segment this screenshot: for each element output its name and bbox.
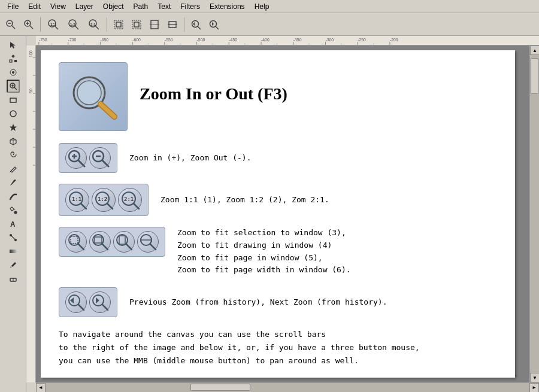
toolbar-zoom-plus[interactable] — [20, 16, 37, 33]
help-section-zoom-inout: Zoom in (+), Zoom Out (-). — [59, 143, 497, 173]
svg-rect-32 — [14, 60, 17, 62]
toolbar-fit-drawing[interactable] — [128, 16, 145, 33]
svg-line-135 — [78, 305, 84, 310]
fit-width-icon — [137, 231, 159, 253]
menu-object[interactable]: Object — [98, 1, 129, 12]
scroll-down-button[interactable]: ▼ — [530, 373, 539, 382]
tool-3d-box[interactable] — [7, 135, 20, 148]
svg-text:-600: -600 — [132, 38, 141, 42]
tool-gradient[interactable] — [7, 245, 20, 258]
scrollbar-v-track[interactable] — [530, 55, 539, 373]
tool-pen[interactable] — [7, 176, 20, 189]
svg-marker-41 — [10, 124, 17, 131]
svg-rect-51 — [10, 250, 17, 253]
scroll-up-button[interactable]: ▲ — [530, 45, 539, 55]
menu-layer[interactable]: Layer — [71, 1, 98, 12]
menu-filters[interactable]: Filters — [175, 1, 205, 12]
svg-rect-30 — [11, 54, 15, 58]
svg-line-1 — [12, 26, 15, 29]
svg-line-105 — [78, 160, 84, 166]
svg-rect-17 — [116, 22, 121, 27]
tool-tweak[interactable] — [7, 66, 20, 79]
menu-help[interactable]: Help — [250, 1, 274, 12]
svg-line-4 — [30, 26, 33, 29]
zoom-ratio-icons: 1:1 1:2 2:1 — [59, 184, 149, 216]
main-layout: A -750 -700 — [0, 36, 539, 392]
tool-star[interactable] — [7, 121, 20, 134]
scrollbar-v-thumb[interactable] — [531, 58, 538, 94]
scrollbar-h-track[interactable] — [46, 383, 529, 392]
svg-text:1:2: 1:2 — [98, 196, 107, 202]
svg-text:1:2: 1:2 — [70, 23, 75, 26]
scrollbar-h-thumb[interactable] — [190, 384, 250, 391]
scrollbar-horizontal[interactable]: ◄ ► — [36, 382, 539, 392]
toolbar-fit-page[interactable] — [146, 16, 163, 33]
help-text-zoom-fit: Zoom to fit selection to window (3), Zoo… — [177, 227, 351, 276]
svg-rect-39 — [10, 98, 16, 102]
menu-view[interactable]: View — [46, 1, 71, 12]
toolbar-zoom-21[interactable]: 2:1 — [84, 16, 104, 33]
svg-marker-25 — [193, 22, 195, 26]
menu-extensions[interactable]: Extensions — [205, 1, 250, 12]
toolbar-fit-selection[interactable] — [110, 16, 127, 33]
svg-text:-750: -750 — [39, 38, 47, 42]
ruler-left: 100 50 — [26, 45, 36, 382]
menu-edit[interactable]: Edit — [23, 1, 46, 12]
toolbar-zoom-12[interactable]: 1:2 — [64, 16, 83, 33]
fit-selection-icon — [65, 231, 87, 253]
svg-text:-400: -400 — [261, 38, 270, 42]
help-section-zoom-ratios: 1:1 1:2 2:1 Zoom 1:1 (1), Zoom 1 — [59, 184, 497, 216]
scroll-right-button[interactable]: ► — [529, 383, 539, 393]
tool-rect[interactable] — [7, 93, 20, 107]
svg-line-8 — [54, 26, 58, 29]
svg-line-103 — [101, 104, 114, 117]
tool-pencil[interactable] — [7, 162, 20, 175]
svg-text:1:1: 1:1 — [72, 196, 81, 202]
scroll-left-button[interactable]: ◄ — [36, 383, 46, 393]
svg-line-24 — [198, 26, 201, 29]
svg-line-118 — [134, 203, 139, 209]
tool-text[interactable]: A — [7, 217, 20, 230]
canvas-page: Zoom In or Out (F3) — [41, 50, 515, 378]
svg-text:2:1: 2:1 — [124, 196, 134, 202]
canvas-inner: -750 -700 -650 -600 -550 -500 -450 -400 … — [26, 36, 539, 392]
svg-text:-450: -450 — [229, 38, 237, 42]
svg-marker-28 — [212, 22, 214, 26]
svg-point-34 — [12, 71, 14, 74]
svg-line-121 — [78, 244, 84, 250]
svg-rect-54 — [36, 36, 539, 45]
tool-spiral[interactable] — [7, 148, 20, 162]
svg-line-112 — [81, 203, 86, 209]
svg-text:50: 50 — [29, 89, 33, 93]
svg-line-124 — [102, 244, 108, 250]
tool-eyedropper[interactable] — [7, 259, 20, 272]
tool-select[interactable] — [7, 38, 20, 51]
tool-node[interactable] — [7, 52, 20, 65]
tool-eraser[interactable] — [7, 272, 20, 285]
help-text-navigation: To navigate around the canvas you can us… — [59, 328, 497, 367]
svg-line-115 — [107, 203, 113, 209]
toolbar-zoom-minus[interactable] — [2, 16, 19, 33]
tool-calligraphy[interactable] — [7, 190, 20, 203]
canvas-scroll[interactable]: Zoom In or Out (F3) — [36, 45, 529, 382]
tool-paint-bucket[interactable] — [7, 203, 20, 217]
toolbar-zoom-prev[interactable] — [187, 16, 204, 33]
svg-marker-136 — [70, 297, 74, 303]
menu-path[interactable]: Path — [129, 1, 153, 12]
scrollbar-vertical[interactable]: ▲ ▼ — [529, 45, 539, 382]
help-section-zoom-fit: Zoom to fit selection to window (3), Zoo… — [59, 227, 497, 276]
tool-zoom[interactable] — [7, 80, 20, 93]
toolbar-zoom-next[interactable] — [205, 16, 222, 33]
toolbar-fit-width[interactable] — [164, 16, 181, 33]
help-section-zoom-history: Previous Zoom (from history), Next Zoom … — [59, 287, 497, 317]
svg-marker-29 — [10, 42, 16, 48]
tool-connector[interactable] — [7, 231, 20, 244]
menu-text[interactable]: Text — [153, 1, 175, 12]
menu-file[interactable]: File — [2, 1, 23, 12]
toolbar: 1:1 1:2 2:1 — [0, 13, 539, 36]
svg-text:-200: -200 — [390, 38, 398, 42]
svg-text:A: A — [10, 220, 16, 228]
toolbar-zoom-11[interactable]: 1:1 — [44, 16, 63, 33]
tool-circle[interactable] — [7, 107, 20, 120]
svg-line-109 — [102, 160, 108, 166]
